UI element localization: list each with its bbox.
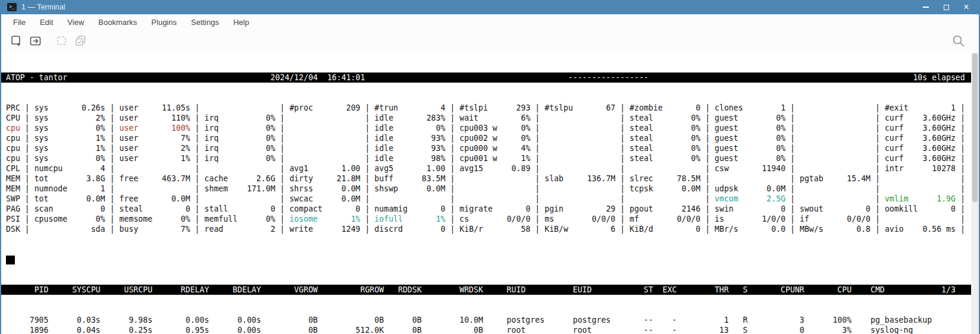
atop-stat-row-cpu: cpu | sys 0% | user 100% | irq 0% | | id… [1, 123, 979, 133]
process-row: 1896 0.04s 0.25s 0.95s 0.00s 0B 512.0K 0… [1, 325, 979, 334]
atop-stat-row-mem: MEM | numnode 1 | | shmem 171.0M | shrss… [1, 184, 979, 194]
terminal-screen[interactable]: ATOP - tantor 2024/12/04 16:41:01 ------… [1, 52, 979, 334]
search-icon[interactable] [951, 34, 966, 51]
menu-item-file[interactable]: File [6, 18, 33, 27]
menu-item-settings[interactable]: Settings [184, 18, 226, 27]
menu-item-help[interactable]: Help [226, 18, 256, 27]
toolbar [1, 30, 979, 52]
process-row: 7905 0.03s 9.98s 0.00s 0.00s 0B 0B 0B 10… [1, 315, 979, 325]
atop-stat-row-cpu: cpu | sys 0% | user 1% | irq 0% | | idle… [1, 153, 979, 163]
cursor-line [1, 254, 979, 264]
menu-item-bookmarks[interactable]: Bookmarks [91, 18, 144, 27]
atop-stat-row-mem: MEM | tot 3.8G | free 463.7M | cache 2.6… [1, 174, 979, 184]
terminal-window: >_ 1 — Terminal × FileEditViewBookmarksP… [0, 0, 980, 334]
scrollbar[interactable] [971, 52, 979, 334]
atop-stat-row-cpu: CPU | sys 2% | user 110% | irq 0% | | id… [1, 113, 979, 123]
atop-stats: PRC | sys 0.26s | user 11.05s | | #proc … [1, 103, 979, 234]
window-controls: × [922, 3, 970, 11]
maximize-button[interactable] [942, 3, 950, 11]
atop-stat-row-dsk: DSK | sda | busy 7% | read 2 | write 124… [1, 224, 979, 234]
clipboard-disabled-icon [54, 33, 70, 49]
process-rows: 7905 0.03s 9.98s 0.00s 0.00s 0B 0B 0B 10… [1, 315, 979, 334]
menu-item-edit[interactable]: Edit [33, 18, 60, 27]
titlebar: >_ 1 — Terminal × [1, 0, 979, 14]
duplicate-disabled-icon [73, 33, 89, 49]
text-cursor [6, 256, 15, 264]
menu-item-plugins[interactable]: Plugins [144, 18, 184, 27]
atop-stat-row-prc: PRC | sys 0.26s | user 11.05s | | #proc … [1, 103, 979, 113]
atop-stat-row-psi: PSI | cpusome 0% | memsome 0% | memfull … [1, 214, 979, 224]
menu-item-view[interactable]: View [60, 18, 91, 27]
atop-header-line: ATOP - tantor 2024/12/04 16:41:01 ------… [1, 73, 979, 83]
atop-stat-row-cpu: cpu | sys 1% | user 2% | irq 0% | | idle… [1, 143, 979, 153]
process-table-header: PID SYSCPU USRCPU RDELAY BDELAY VGROW RG… [1, 285, 979, 295]
split-view-icon[interactable] [27, 33, 44, 49]
atop-stat-row-cpu: cpu | sys 1% | user 7% | irq 0% | | idle… [1, 133, 979, 143]
close-button[interactable]: × [962, 3, 970, 11]
terminal-app-icon: >_ [7, 3, 17, 11]
new-tab-icon[interactable] [8, 33, 25, 49]
atop-stat-row-cpl: CPL | numcpu 4 | | | avg1 1.00 | avg5 1.… [1, 163, 979, 174]
atop-stat-row-swp: SWP | tot 0.0M | free 0.0M | | swcac 0.0… [1, 194, 979, 204]
menubar: FileEditViewBookmarksPluginsSettingsHelp [1, 14, 979, 30]
atop-stat-row-pag: PAG | scan 0 | steal 0 | stall 0 | compa… [1, 204, 979, 214]
window-title: 1 — Terminal [21, 3, 65, 11]
minimize-button[interactable] [922, 3, 930, 11]
scrollbar-thumb[interactable] [972, 53, 978, 202]
